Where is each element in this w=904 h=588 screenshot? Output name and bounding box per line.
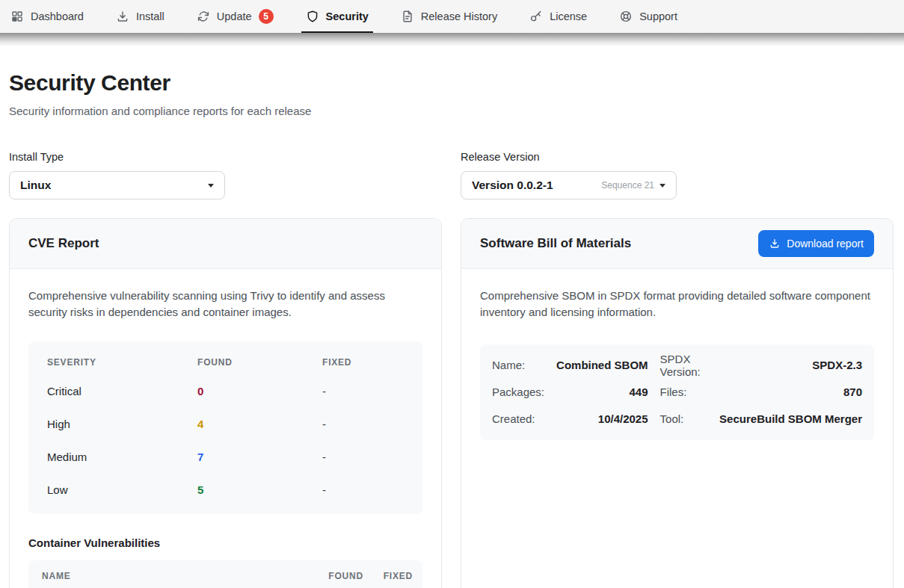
fixed-count: - bbox=[322, 451, 404, 463]
dashboard-grid-icon bbox=[10, 10, 24, 23]
install-type-select[interactable]: Linux bbox=[9, 171, 225, 199]
sbom-packages-value: 449 bbox=[556, 379, 648, 406]
col-severity: SEVERITY bbox=[47, 357, 197, 368]
nav-label-support: Support bbox=[639, 10, 677, 22]
page-content: Security Center Security information and… bbox=[0, 70, 904, 588]
cards-row: CVE Report Comprehensive vulnerability s… bbox=[9, 218, 894, 588]
col-name: NAME bbox=[42, 571, 304, 581]
col-fixed: FIXED bbox=[363, 571, 413, 581]
release-sequence-text: Sequence 21 bbox=[601, 180, 654, 191]
top-nav: Dashboard Install Update 5 Security Rele… bbox=[0, 0, 904, 33]
sbom-details-table: Name: Combined SBOM SPDX Version: SPDX-2… bbox=[480, 344, 874, 440]
col-found: FOUND bbox=[197, 357, 322, 368]
table-row-medium: Medium 7 - bbox=[47, 441, 404, 474]
sbom-card: Software Bill of Materials Download repo… bbox=[461, 218, 894, 588]
nav-tab-update[interactable]: Update 5 bbox=[197, 0, 274, 33]
nav-tab-release-history[interactable]: Release History bbox=[401, 0, 497, 33]
container-vulnerabilities-title: Container Vulnerabilities bbox=[28, 536, 422, 549]
sbom-files-label: Files: bbox=[660, 379, 708, 406]
download-report-label: Download report bbox=[787, 238, 864, 250]
sbom-name-label: Name: bbox=[492, 352, 544, 379]
chevron-down-icon bbox=[659, 184, 665, 188]
nav-label-release-history: Release History bbox=[421, 10, 497, 22]
release-version-value: Version 0.0.2-1 bbox=[472, 179, 553, 192]
fixed-count: - bbox=[322, 483, 404, 496]
severity-table-header: SEVERITY FOUND FIXED bbox=[47, 357, 404, 375]
download-report-button[interactable]: Download report bbox=[758, 230, 874, 257]
table-row-high: High 4 - bbox=[47, 408, 404, 441]
sbom-tool-value: SecureBuild SBOM Merger bbox=[719, 406, 862, 433]
release-version-field: Release Version Version 0.0.2-1 Sequence… bbox=[461, 151, 894, 199]
filters-row: Install Type Linux Release Version Versi… bbox=[9, 151, 894, 199]
nav-label-update: Update bbox=[217, 10, 252, 22]
found-count: 4 bbox=[197, 418, 322, 430]
table-row-low: Low 5 - bbox=[47, 474, 404, 507]
sbom-header: Software Bill of Materials Download repo… bbox=[461, 219, 893, 269]
found-count: 0 bbox=[197, 385, 322, 397]
found-count: 7 bbox=[197, 451, 322, 463]
table-row-critical: Critical 0 - bbox=[47, 375, 404, 408]
sbom-packages-label: Packages: bbox=[492, 379, 544, 406]
shield-icon bbox=[306, 10, 319, 23]
sbom-created-label: Created: bbox=[492, 406, 544, 433]
sbom-tool-label: Tool: bbox=[660, 406, 708, 433]
sbom-created-value: 10/4/2025 bbox=[556, 406, 648, 433]
sbom-spdx-value: SPDX-2.3 bbox=[719, 352, 862, 379]
refresh-icon bbox=[197, 10, 210, 23]
sbom-name-value: Combined SBOM bbox=[556, 352, 648, 379]
cve-report-title: CVE Report bbox=[28, 236, 99, 251]
cve-report-card: CVE Report Comprehensive vulnerability s… bbox=[9, 218, 442, 588]
sbom-description: Comprehensive SBOM in SPDX format provid… bbox=[480, 288, 874, 321]
severity-table: SEVERITY FOUND FIXED Critical 0 - High 4… bbox=[28, 341, 422, 514]
col-fixed: FIXED bbox=[322, 357, 404, 368]
sbom-body: Comprehensive SBOM in SPDX format provid… bbox=[461, 269, 893, 459]
sbom-spdx-label: SPDX Version: bbox=[660, 352, 708, 379]
nav-tab-license[interactable]: License bbox=[529, 0, 587, 33]
nav-tab-dashboard[interactable]: Dashboard bbox=[10, 0, 84, 33]
release-version-select[interactable]: Version 0.0.2-1 Sequence 21 bbox=[461, 171, 677, 199]
page-title: Security Center bbox=[9, 70, 894, 96]
release-version-label: Release Version bbox=[461, 151, 894, 163]
download-icon bbox=[769, 238, 781, 250]
page-subtitle: Security information and compliance repo… bbox=[9, 105, 894, 117]
found-count: 5 bbox=[197, 483, 322, 496]
severity-name: Low bbox=[47, 483, 197, 496]
update-count-badge: 5 bbox=[259, 9, 274, 24]
nav-tab-support[interactable]: Support bbox=[619, 0, 677, 33]
col-found: FOUND bbox=[304, 571, 363, 581]
key-icon bbox=[529, 10, 543, 23]
sbom-title: Software Bill of Materials bbox=[480, 236, 631, 251]
nav-tab-install[interactable]: Install bbox=[116, 0, 164, 33]
nav-label-dashboard: Dashboard bbox=[31, 10, 84, 22]
lifebuoy-icon bbox=[619, 10, 633, 23]
container-vulnerabilities-header: NAME FOUND FIXED bbox=[28, 560, 422, 588]
nav-label-security: Security bbox=[326, 10, 369, 22]
fixed-count: - bbox=[322, 385, 404, 397]
fixed-count: - bbox=[322, 418, 404, 430]
chevron-down-icon bbox=[208, 184, 214, 188]
nav-label-install: Install bbox=[136, 10, 164, 22]
nav-tab-security[interactable]: Security bbox=[306, 0, 369, 33]
install-type-field: Install Type Linux bbox=[9, 151, 442, 199]
cve-report-description: Comprehensive vulnerability scanning usi… bbox=[28, 288, 422, 321]
severity-name: Critical bbox=[47, 385, 197, 397]
sbom-files-value: 870 bbox=[719, 379, 862, 406]
install-type-label: Install Type bbox=[9, 151, 442, 163]
cve-report-body: Comprehensive vulnerability scanning usi… bbox=[10, 269, 441, 588]
severity-name: High bbox=[47, 418, 197, 430]
cve-report-header: CVE Report bbox=[10, 219, 441, 269]
install-type-value: Linux bbox=[20, 179, 51, 192]
nav-label-license: License bbox=[550, 10, 587, 22]
scroll-shadow bbox=[0, 33, 904, 46]
download-icon bbox=[116, 10, 129, 23]
severity-name: Medium bbox=[47, 451, 197, 463]
document-icon bbox=[401, 10, 414, 23]
